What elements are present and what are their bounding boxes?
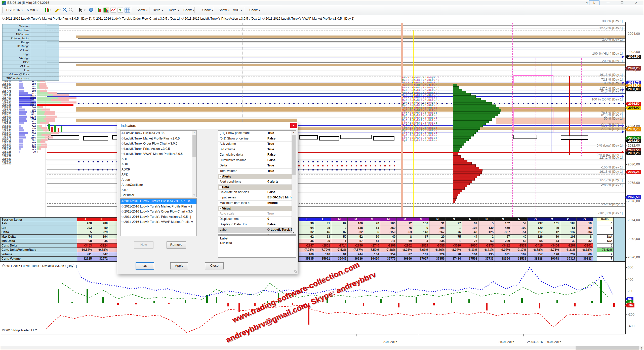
available-indicator-item[interactable]: ©Ludvík Turek DivDelta v.3.0.5 [120, 131, 196, 136]
property-row[interactable]: Calculate on bar closFalse [218, 190, 296, 195]
property-value[interactable]: 2 [267, 233, 292, 235]
volume-histogram-tool-icon[interactable] [97, 7, 103, 14]
scrollbar-thumb[interactable] [576, 346, 639, 350]
apply-button[interactable]: Apply [170, 262, 188, 269]
line-chart-tool-icon[interactable] [110, 7, 116, 14]
remove-button[interactable]: Remove [167, 241, 186, 249]
property-row[interactable]: Label© Ludvík Turek Div [218, 227, 296, 233]
available-indicator-item[interactable]: ADXR [120, 167, 196, 172]
available-indicator-item[interactable]: ADX [120, 162, 196, 167]
property-row[interactable]: Display in Data BoxFalse [218, 222, 296, 228]
collapse-icon[interactable]: − [219, 207, 222, 210]
dialog-titlebar[interactable]: Indicators [117, 122, 298, 129]
property-value[interactable]: 0 [267, 217, 292, 221]
menu-show[interactable]: Show▼ [218, 7, 231, 13]
property-value[interactable]: True [267, 131, 292, 135]
market-profile-tool-icon[interactable] [103, 7, 109, 14]
properties-scrollbar[interactable]: ▲▼ [292, 131, 296, 234]
property-section[interactable]: −Data [218, 185, 296, 190]
collapse-icon[interactable]: − [219, 186, 222, 189]
drawing-tools-button[interactable] [54, 7, 61, 14]
property-row[interactable]: (0-1) Show price lineFalse [218, 136, 296, 142]
property-value[interactable]: False [267, 137, 292, 140]
configured-indicator-item[interactable]: ©2011-2016 Ludvík Turek's VWAP Market Pr… [120, 219, 196, 225]
menu-show[interactable]: Show▼ [182, 7, 196, 13]
configured-indicators-list[interactable]: ©2011-2016 Ludvík Turek's DivDelta v.3.0… [120, 198, 197, 236]
scrollbar-thumb[interactable] [292, 135, 296, 175]
property-row[interactable]: Auto scaleTrue [218, 211, 296, 217]
property-row[interactable]: Cumulative deltaFalse [218, 152, 296, 158]
property-section[interactable]: −Alerts [218, 174, 296, 179]
minimize-button[interactable]: — [602, 0, 614, 5]
available-indicator-item[interactable]: ©Ludvík Turek Price Action v.3.0.5 [120, 146, 196, 152]
property-row[interactable]: Alert conditions0 alerts [218, 179, 296, 185]
menu-delta[interactable]: Delta▼ [152, 7, 165, 13]
properties-grid[interactable]: (0+) Show price markTrue(0-1) Show price… [218, 130, 296, 235]
property-section[interactable]: −Visual [218, 206, 296, 211]
ok-button[interactable]: OK [136, 262, 154, 270]
zoom-out-icon[interactable] [68, 7, 74, 14]
available-indicator-item[interactable]: APZ [120, 172, 196, 177]
property-value[interactable]: True [267, 142, 292, 146]
property-row[interactable]: Displacement0 [218, 217, 296, 222]
close-button[interactable]: ✕ [631, 0, 642, 5]
property-row[interactable]: Ask volumeTrue [218, 142, 296, 147]
dollar-tool-icon[interactable]: $ [117, 7, 124, 14]
property-value[interactable]: True [267, 164, 292, 167]
property-row[interactable]: Total volumeTrue [218, 169, 296, 174]
property-value[interactable]: True [267, 148, 292, 151]
data-box-icon[interactable] [88, 7, 94, 14]
available-indicator-item[interactable]: ©Ludvík Turek Market Profile Plus v.3.0.… [120, 136, 196, 141]
property-value[interactable]: True [267, 169, 292, 173]
zoom-in-icon[interactable] [62, 7, 68, 14]
available-indicator-item[interactable]: ©Ludvík Turek VWAP Market Profile v.3.0.… [120, 151, 196, 157]
configured-indicator-item[interactable]: ©2011-2016 Ludvík Turek's Market Profile… [120, 204, 196, 209]
chart-style-button[interactable] [45, 7, 51, 14]
scrollbar-thumb[interactable] [192, 135, 196, 157]
property-value[interactable]: ES 06-16 (5 Min) [267, 196, 292, 199]
maximize-button[interactable]: ❐ [617, 0, 628, 5]
menu-vap[interactable]: VAP▼ [232, 7, 244, 13]
property-row[interactable]: DeltaTrue [218, 163, 296, 169]
new-button[interactable]: New [134, 241, 153, 249]
property-row[interactable]: Bid volumeTrue [218, 147, 296, 153]
instrument-selector[interactable]: ES 06-16▼ [5, 7, 24, 13]
property-row[interactable]: Cumulative volumeFalse [218, 158, 296, 163]
property-value[interactable]: 0 alerts [267, 180, 292, 183]
interval-selector[interactable]: 5 Min▼ [26, 7, 39, 13]
available-indicator-item[interactable]: AroonOscillator [120, 182, 196, 188]
available-indicator-item[interactable]: BarTimer [120, 193, 196, 197]
available-indicator-item[interactable]: Aroon [120, 177, 196, 183]
property-value[interactable]: False [267, 223, 292, 226]
property-value[interactable]: False [267, 158, 292, 162]
link-button[interactable]: L [589, 1, 599, 6]
scroll-right-arrow-icon[interactable]: ❯ [640, 346, 643, 350]
close-dialog-button[interactable]: Close [205, 262, 224, 269]
property-value[interactable]: False [267, 153, 292, 156]
available-indicator-item[interactable]: ATR [120, 188, 196, 193]
menu-show[interactable]: Show▼ [136, 7, 149, 13]
menu-delta[interactable]: Delta▼ [168, 7, 181, 13]
configured-indicator-item[interactable]: ©2011-2016 Ludvík Turek's Price Action v… [120, 214, 196, 220]
grid-tool-icon[interactable] [125, 7, 131, 14]
configured-indicator-item[interactable]: ©2011-2016 Ludvík Turek's DivDelta v.3.0… [120, 199, 196, 204]
available-scrollbar[interactable]: ▲▼ [192, 131, 196, 197]
scroll-down-icon[interactable]: ▼ [193, 194, 195, 196]
property-value[interactable]: True [267, 212, 292, 215]
menu-show[interactable]: Show▼ [248, 7, 262, 13]
scroll-down-icon[interactable]: ▼ [293, 231, 295, 234]
toolbar-grip[interactable] [2, 7, 3, 13]
available-indicators-list[interactable]: ©Ludvík Turek DivDelta v.3.0.5©Ludvík Tu… [120, 130, 197, 197]
property-row[interactable]: Maximum bars look bInfinite [218, 201, 296, 206]
property-value[interactable]: © Ludvík Turek Div [267, 228, 292, 231]
property-value[interactable]: Infinite [267, 201, 292, 205]
available-indicator-item[interactable]: ©Ludvík Turek Order Flow Chart v.3.0.5 [120, 141, 196, 146]
property-row[interactable]: (0+) Show price markTrue [218, 131, 296, 136]
menu-show[interactable]: Show▼ [201, 7, 215, 13]
dialog-close-button[interactable]: ✕ [290, 123, 297, 128]
horizontal-scrollbar[interactable]: ❯ [0, 346, 644, 350]
property-row[interactable]: Input seriesES 06-16 (5 Min) [218, 195, 296, 201]
dock-arrow-icon[interactable]: ◄ [585, 1, 588, 4]
resize-grip[interactable] [294, 270, 297, 273]
property-value[interactable]: False [267, 190, 292, 194]
